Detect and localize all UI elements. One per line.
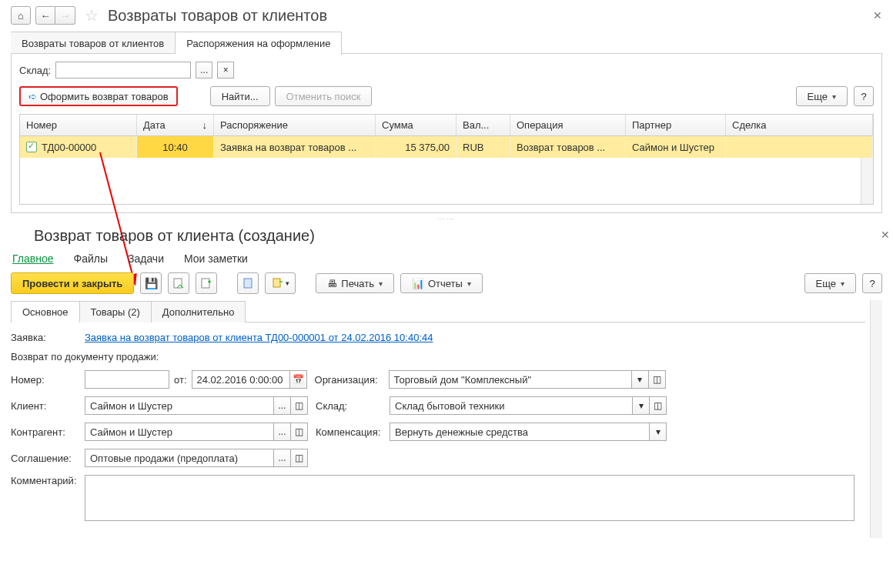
post-and-close-button[interactable]: Провести и закрыть: [11, 272, 134, 294]
navtab-tasks[interactable]: Задачи: [128, 252, 164, 265]
vertical-scrollbar[interactable]: [861, 158, 873, 204]
orders-table: Номер Дата ↓ Распоряжение Сумма Вал... О…: [19, 114, 874, 205]
warehouse-filter-label: Склад:: [19, 65, 51, 76]
col-currency[interactable]: Вал...: [457, 115, 510, 135]
compensation-input[interactable]: Вернуть денежные средства: [390, 423, 650, 441]
document-icon: [26, 142, 37, 152]
form-help-button[interactable]: ?: [862, 273, 882, 293]
comment-label: Комментарий:: [11, 475, 85, 486]
org-input[interactable]: Торговый дом "Комплексный": [389, 370, 632, 389]
based-on-dropdown[interactable]: ▾: [265, 272, 296, 294]
warehouse-filter-input[interactable]: [55, 62, 191, 79]
client-label: Клиент:: [11, 400, 85, 412]
save-icon[interactable]: 💾: [140, 272, 162, 294]
orders-panel: Склад: ... × ➪ Оформить возврат товаров …: [11, 53, 882, 213]
sort-down-icon: ↓: [202, 119, 208, 131]
col-partner[interactable]: Партнер: [626, 115, 726, 135]
create-based-icon[interactable]: [196, 272, 217, 294]
post-icon[interactable]: [168, 272, 189, 294]
arrow-right-icon: ➪: [28, 91, 37, 102]
col-sum[interactable]: Сумма: [376, 115, 457, 135]
col-date[interactable]: Дата ↓: [137, 115, 214, 135]
contragent-open-button[interactable]: ◫: [291, 423, 308, 441]
table-row[interactable]: ТД00-00000 10:40 Заявка на возврат товар…: [20, 136, 873, 158]
client-select-button[interactable]: ...: [274, 396, 291, 415]
agreement-select-button[interactable]: ...: [274, 449, 291, 467]
warehouse-select-button[interactable]: ...: [196, 62, 212, 79]
splitter[interactable]: ⋯⋯: [0, 213, 893, 224]
warehouse-input[interactable]: Склад бытовой техники: [390, 396, 633, 415]
col-operation[interactable]: Операция: [510, 115, 626, 135]
contragent-input[interactable]: Саймон и Шустер: [85, 423, 274, 441]
print-button[interactable]: 🖶 Печать: [316, 273, 394, 293]
reports-icon: 📊: [412, 278, 424, 289]
from-label: от:: [174, 374, 187, 386]
close-form-icon[interactable]: ✕: [881, 229, 890, 241]
number-input[interactable]: [85, 370, 169, 389]
contragent-select-button[interactable]: ...: [274, 423, 291, 441]
col-deal[interactable]: Сделка: [726, 115, 873, 135]
client-open-button[interactable]: ◫: [291, 396, 308, 415]
agreement-open-button[interactable]: ◫: [291, 449, 308, 467]
svg-rect-2: [202, 279, 209, 288]
client-input[interactable]: Саймон и Шустер: [85, 396, 274, 415]
agreement-input[interactable]: Оптовые продажи (предоплата): [85, 449, 274, 467]
tab-orders[interactable]: Распоряжения на оформление: [176, 32, 342, 55]
home-button[interactable]: ⌂: [11, 6, 31, 25]
org-label: Организация:: [315, 374, 389, 386]
form-title: Возврат товаров от клиента (создание): [34, 227, 882, 245]
col-number[interactable]: Номер: [20, 115, 137, 135]
page-title: Возвраты товаров от клиентов: [108, 7, 327, 25]
col-order[interactable]: Распоряжение: [214, 115, 376, 135]
org-open-button[interactable]: ◫: [649, 370, 666, 389]
svg-rect-1: [174, 279, 182, 288]
warehouse-open-button[interactable]: ◫: [650, 396, 667, 415]
more-button[interactable]: Еще: [796, 86, 848, 106]
request-label: Заявка:: [11, 332, 85, 343]
find-button[interactable]: Найти...: [210, 86, 270, 106]
svg-rect-3: [244, 279, 252, 288]
printer-icon: 🖶: [327, 278, 337, 289]
forward-button[interactable]: →: [55, 6, 75, 25]
return-by-doc-label: Возврат по документу продажи:: [11, 351, 159, 362]
form-scrollbar[interactable]: [870, 300, 882, 538]
help-button[interactable]: ?: [854, 86, 874, 106]
warehouse-label: Склад:: [316, 400, 390, 412]
compensation-label: Компенсация:: [316, 426, 390, 438]
compensation-dropdown-button[interactable]: ▾: [650, 423, 667, 441]
top-toolbar: ⌂ ← → ☆ Возвраты товаров от клиентов ✕: [0, 0, 893, 31]
warehouse-dropdown-button[interactable]: ▾: [633, 396, 650, 415]
ftab-goods[interactable]: Товары (2): [79, 301, 152, 322]
form-more-button[interactable]: Еще: [804, 273, 856, 293]
structure-icon[interactable]: [237, 272, 259, 294]
comment-input[interactable]: [85, 475, 855, 521]
navtab-notes[interactable]: Мои заметки: [184, 252, 248, 265]
request-link[interactable]: Заявка на возврат товаров от клиента ТД0…: [85, 332, 433, 343]
back-button[interactable]: ←: [35, 6, 55, 25]
return-form-panel: ✕ Возврат товаров от клиента (создание) …: [0, 227, 893, 538]
favorite-icon[interactable]: ☆: [85, 6, 99, 25]
ftab-main[interactable]: Основное: [11, 301, 80, 322]
close-icon[interactable]: ✕: [873, 9, 882, 22]
contragent-label: Контрагент:: [11, 426, 85, 438]
org-dropdown-button[interactable]: ▾: [632, 370, 649, 389]
agreement-label: Соглашение:: [11, 453, 85, 464]
ftab-additional[interactable]: Дополнительно: [151, 301, 246, 322]
svg-rect-4: [273, 279, 280, 287]
number-label: Номер:: [11, 374, 85, 386]
navtab-main[interactable]: Главное: [12, 252, 54, 265]
warehouse-clear-button[interactable]: ×: [217, 62, 234, 79]
date-picker-button[interactable]: 📅: [290, 370, 307, 389]
date-input[interactable]: 24.02.2016 0:00:00: [192, 370, 290, 389]
navtab-files[interactable]: Файлы: [74, 252, 108, 265]
cancel-search-button[interactable]: Отменить поиск: [275, 86, 373, 106]
reports-button[interactable]: 📊 Отчеты: [400, 273, 483, 293]
create-return-button[interactable]: ➪ Оформить возврат товаров: [19, 86, 178, 106]
tab-returns[interactable]: Возвраты товаров от клиентов: [11, 32, 176, 55]
